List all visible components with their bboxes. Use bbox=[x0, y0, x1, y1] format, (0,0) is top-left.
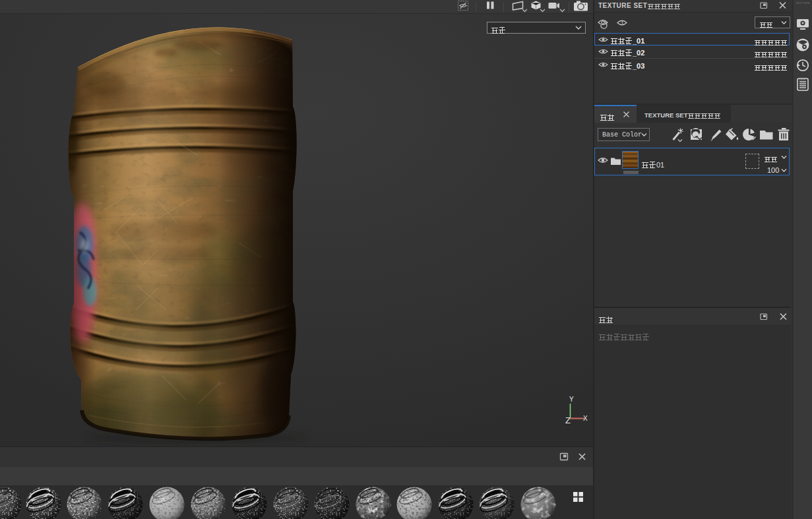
svg-text:X: X bbox=[583, 415, 588, 422]
svg-text:1: 1 bbox=[621, 20, 624, 26]
svg-text:Y: Y bbox=[569, 396, 574, 403]
svg-text:Z: Z bbox=[565, 415, 571, 425]
